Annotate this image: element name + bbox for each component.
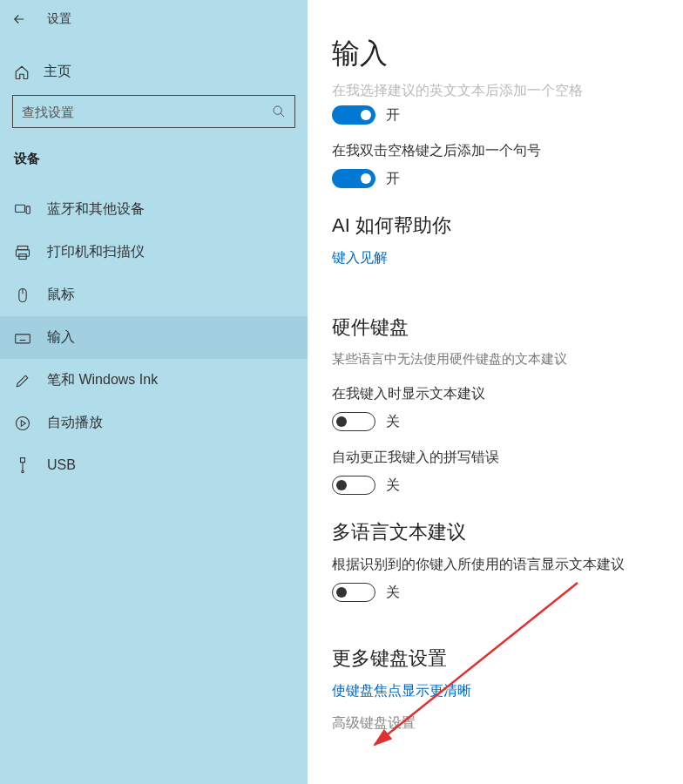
link-keyboard-focus[interactable]: 使键盘焦点显示更清晰 bbox=[332, 682, 471, 700]
svg-point-0 bbox=[274, 106, 281, 114]
page-title: 输入 bbox=[332, 35, 683, 73]
toggle-add-space[interactable] bbox=[332, 105, 375, 125]
toggle-add-period[interactable] bbox=[332, 169, 375, 188]
search-input[interactable] bbox=[22, 105, 272, 119]
mouse-icon bbox=[14, 287, 31, 304]
section-heading-more-keyboard: 更多键盘设置 bbox=[332, 645, 683, 672]
setting-description: 根据识别到的你键入所使用的语言显示文本建议 bbox=[332, 556, 683, 574]
search-box[interactable] bbox=[12, 95, 295, 128]
toggle-state-label: 关 bbox=[386, 584, 400, 602]
toggle-multilingual[interactable] bbox=[332, 583, 375, 602]
section-heading-ai: AI 如何帮助你 bbox=[332, 213, 683, 239]
link-typing-insights[interactable]: 键入见解 bbox=[332, 249, 388, 267]
toggle-state-label: 关 bbox=[386, 476, 400, 495]
sidebar-item-pen[interactable]: 笔和 Windows Ink bbox=[0, 359, 308, 402]
svg-point-13 bbox=[17, 416, 30, 429]
svg-rect-14 bbox=[21, 458, 25, 463]
toggle-state-label: 开 bbox=[386, 170, 400, 188]
sidebar-item-label: 输入 bbox=[47, 328, 75, 347]
svg-rect-3 bbox=[17, 246, 28, 249]
svg-rect-4 bbox=[17, 249, 30, 256]
back-button[interactable] bbox=[0, 2, 38, 37]
home-label: 主页 bbox=[44, 63, 71, 81]
sidebar: 设置 主页 设备 蓝牙和其他设备 打印机和扫描仪 鼠标 输入 笔和 Window… bbox=[0, 0, 308, 784]
back-arrow-icon bbox=[11, 11, 27, 27]
sidebar-item-autoplay[interactable]: 自动播放 bbox=[0, 402, 308, 444]
content-pane: 输入 在我选择建议的英文文本后添加一个空格 开 在我双击空格键之后添加一个句号 … bbox=[308, 0, 683, 784]
pen-icon bbox=[14, 372, 31, 389]
svg-point-16 bbox=[22, 470, 24, 473]
svg-rect-8 bbox=[16, 334, 30, 342]
section-subtext: 某些语言中无法使用硬件键盘的文本建议 bbox=[332, 351, 683, 368]
toggle-state-label: 开 bbox=[386, 106, 400, 125]
window-title: 设置 bbox=[47, 11, 71, 27]
search-icon bbox=[272, 105, 286, 118]
sidebar-item-mouse[interactable]: 鼠标 bbox=[0, 274, 308, 316]
setting-description: 在我双击空格键之后添加一个句号 bbox=[332, 142, 683, 160]
sidebar-item-printers[interactable]: 打印机和扫描仪 bbox=[0, 231, 308, 274]
sidebar-item-typing[interactable]: 输入 bbox=[0, 316, 308, 359]
section-heading-multilingual: 多语言文本建议 bbox=[332, 519, 683, 545]
toggle-show-suggestions[interactable] bbox=[332, 412, 375, 431]
sidebar-item-label: 打印机和扫描仪 bbox=[47, 243, 145, 261]
section-label: 设备 bbox=[14, 151, 308, 167]
printer-icon bbox=[14, 244, 31, 261]
toggle-autocorrect[interactable] bbox=[332, 476, 375, 495]
autoplay-icon bbox=[14, 415, 31, 432]
keyboard-icon bbox=[14, 329, 31, 347]
title-bar: 设置 bbox=[0, 0, 308, 35]
usb-icon bbox=[14, 456, 31, 474]
home-nav[interactable]: 主页 bbox=[0, 54, 308, 86]
devices-icon bbox=[14, 201, 31, 219]
sidebar-item-usb[interactable]: USB bbox=[0, 444, 308, 486]
sidebar-item-label: USB bbox=[47, 457, 76, 473]
svg-rect-2 bbox=[26, 206, 30, 213]
svg-rect-1 bbox=[16, 205, 25, 212]
section-heading-hardware-keyboard: 硬件键盘 bbox=[332, 314, 683, 341]
setting-description: 在我选择建议的英文文本后添加一个空格 bbox=[332, 82, 683, 100]
link-advanced-keyboard[interactable]: 高级键盘设置 bbox=[332, 714, 416, 733]
toggle-state-label: 关 bbox=[386, 413, 400, 431]
sidebar-item-label: 笔和 Windows Ink bbox=[47, 371, 158, 389]
setting-description: 自动更正我键入的拼写错误 bbox=[332, 449, 683, 467]
home-icon bbox=[14, 64, 30, 80]
sidebar-item-label: 自动播放 bbox=[47, 414, 103, 432]
sidebar-item-label: 蓝牙和其他设备 bbox=[47, 200, 145, 219]
sidebar-item-label: 鼠标 bbox=[47, 286, 75, 304]
sidebar-item-bluetooth[interactable]: 蓝牙和其他设备 bbox=[0, 188, 308, 231]
setting-description: 在我键入时显示文本建议 bbox=[332, 385, 683, 403]
